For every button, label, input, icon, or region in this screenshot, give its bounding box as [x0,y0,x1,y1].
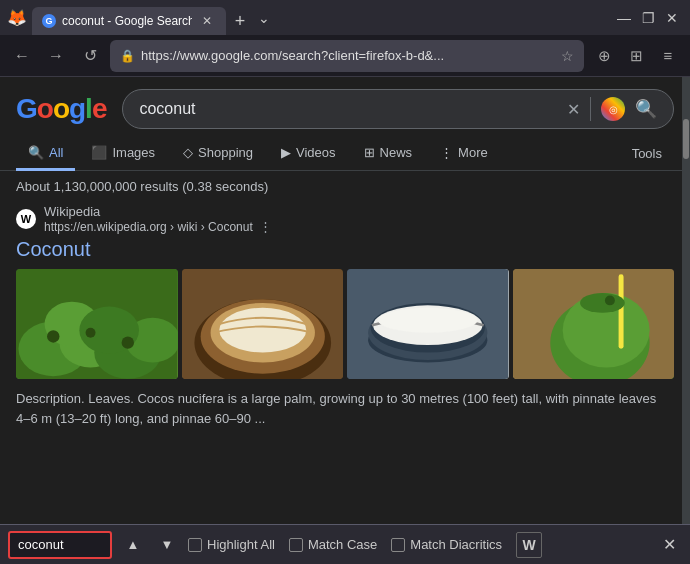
find-close-btn[interactable]: ✕ [656,532,682,558]
search-submit-btn[interactable]: 🔍 [635,98,657,120]
menu-icon[interactable]: ≡ [654,42,682,70]
tab-more-label: More [458,145,488,160]
svg-point-8 [86,328,96,338]
match-case-checkbox[interactable] [289,538,303,552]
svg-point-25 [580,293,625,313]
overflow-btn[interactable]: ⌄ [254,10,274,26]
google-header: Google coconut ✕ ◎ 🔍 [0,77,690,129]
minimize-btn[interactable]: — [614,10,634,26]
coconut-image-3[interactable] [347,269,509,379]
svg-point-7 [47,330,59,342]
svg-point-4 [125,318,177,363]
tab-news[interactable]: ⊞ News [352,137,425,171]
tab-all[interactable]: 🔍 All [16,137,75,171]
bookmark-star-icon[interactable]: ☆ [561,48,574,64]
find-options: Highlight All Match Case Match Diacritic… [188,532,542,558]
nav-tabs: 🔍 All ⬛ Images ◇ Shopping ▶ Videos ⊞ New… [0,129,690,171]
url-text: https://www.google.com/search?client=fir… [141,48,444,63]
tab-images-icon: ⬛ [91,145,107,160]
window-close-btn[interactable]: ✕ [662,10,682,26]
wiki-url: https://en.wikipedia.org › wiki › Coconu… [44,220,253,234]
google-logo: Google [16,93,106,125]
search-text: coconut [139,100,557,118]
svg-point-12 [200,299,324,374]
svg-rect-21 [513,269,675,379]
coconut-image-2[interactable] [182,269,344,379]
address-bar: ← → ↺ 🔒 https://www.google.com/search?cl… [0,35,690,77]
svg-point-20 [378,308,477,333]
firefox-icon: 🦊 [8,9,26,27]
find-whole-word-btn[interactable]: W [516,532,542,558]
new-tab-btn[interactable]: + [226,7,254,35]
tab-images[interactable]: ⬛ Images [79,137,167,171]
match-case-option[interactable]: Match Case [289,537,377,552]
extensions-icon[interactable]: ⊞ [622,42,650,70]
results-area: About 1,130,000,000 results (0.38 second… [0,171,690,436]
forward-btn[interactable]: → [42,42,70,70]
svg-rect-0 [16,269,178,379]
wiki-source-row: W Wikipedia https://en.wikipedia.org › w… [16,204,674,234]
lock-icon: 🔒 [120,49,135,63]
back-btn[interactable]: ← [8,42,36,70]
coconut-images-grid [16,269,674,379]
search-clear-btn[interactable]: ✕ [567,100,580,119]
wiki-source-name: Wikipedia [44,204,272,219]
coconut-image-1[interactable] [16,269,178,379]
tab-videos[interactable]: ▶ Videos [269,137,348,171]
maximize-btn[interactable]: ❐ [638,10,658,26]
google-lens-icon[interactable]: ◎ [601,97,625,121]
svg-point-5 [45,302,100,347]
address-text: https://www.google.com/search?client=fir… [141,48,555,63]
tab-more-icon: ⋮ [440,145,453,160]
logo-o1: o [37,93,53,124]
match-case-label: Match Case [308,537,377,552]
wiki-title-link[interactable]: Coconut [16,238,674,261]
coconut-image-4[interactable] [513,269,675,379]
svg-point-18 [371,303,485,353]
refresh-btn[interactable]: ↺ [76,42,104,70]
svg-rect-10 [182,269,344,379]
toolbar-icons: ⊕ ⊞ ≡ [590,42,682,70]
wiki-description: Description. Leaves. Cocos nucifera is a… [16,389,674,428]
tab-shopping-label: Shopping [198,145,253,160]
scroll-thumb[interactable] [683,119,689,159]
address-input-wrap[interactable]: 🔒 https://www.google.com/search?client=f… [110,40,584,72]
svg-point-2 [59,318,121,368]
find-next-btn[interactable]: ▼ [154,532,180,558]
results-count: About 1,130,000,000 results (0.38 second… [16,179,674,194]
svg-point-14 [219,308,306,353]
match-diacritics-checkbox[interactable] [391,538,405,552]
tab-more[interactable]: ⋮ More [428,137,500,171]
tab-shopping[interactable]: ◇ Shopping [171,137,265,171]
search-box[interactable]: coconut ✕ ◎ 🔍 [122,89,674,129]
search-divider [590,97,591,121]
wiki-favicon: W [16,209,36,229]
highlight-all-option[interactable]: Highlight All [188,537,275,552]
find-input-wrap[interactable] [8,531,112,559]
svg-point-1 [18,322,88,377]
logo-g2: g [69,93,85,124]
svg-point-23 [562,293,649,368]
tab-close-btn[interactable]: ✕ [198,12,216,30]
highlight-all-checkbox[interactable] [188,538,202,552]
tab-news-icon: ⊞ [364,145,375,160]
find-input[interactable] [10,537,110,552]
find-prev-btn[interactable]: ▲ [120,532,146,558]
active-tab[interactable]: G coconut - Google Search ✕ [32,7,226,35]
shield-icon[interactable]: ⊕ [590,42,618,70]
svg-point-16 [368,318,487,363]
find-bar: ▲ ▼ Highlight All Match Case Match Diacr… [0,524,690,564]
tools-link[interactable]: Tools [620,138,674,169]
svg-rect-24 [618,274,623,349]
logo-o2: o [53,93,69,124]
match-diacritics-option[interactable]: Match Diacritics [391,537,502,552]
tab-all-label: All [49,145,63,160]
svg-point-17 [368,305,487,360]
svg-rect-15 [347,269,509,379]
svg-point-26 [604,295,614,305]
window-controls: — ❐ ✕ [614,10,682,26]
scrollbar[interactable] [682,77,690,524]
svg-point-22 [550,299,649,379]
tab-favicon: G [42,14,56,28]
wiki-more-btn[interactable]: ⋮ [259,219,272,234]
